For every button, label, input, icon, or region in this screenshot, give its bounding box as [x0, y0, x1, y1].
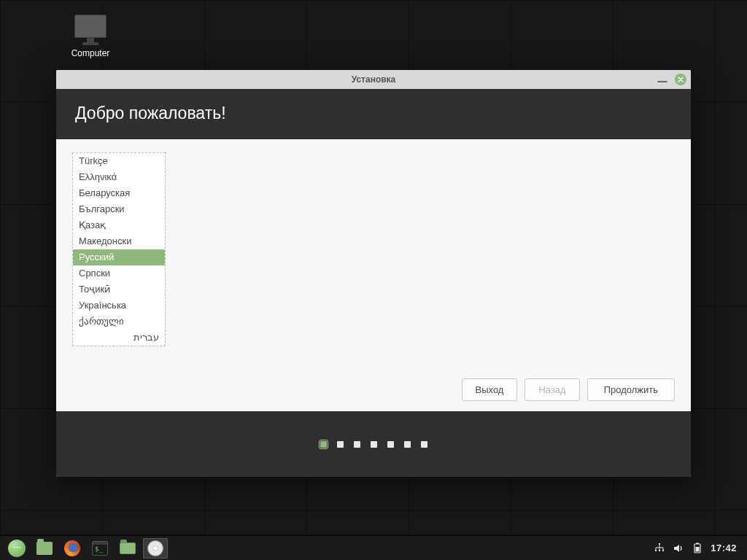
language-option[interactable]: עברית	[73, 330, 165, 346]
close-button[interactable]	[675, 74, 686, 85]
progress-dot[interactable]	[371, 441, 377, 448]
taskbar: ⋯ 17:42	[0, 535, 747, 560]
language-option[interactable]: Қазақ	[73, 217, 165, 233]
terminal-icon	[92, 541, 108, 556]
taskbar-clock[interactable]: 17:42	[711, 542, 737, 553]
files-launcher[interactable]	[115, 538, 140, 559]
disc-icon	[147, 540, 163, 556]
language-option[interactable]: Русский	[73, 249, 165, 265]
system-tray: 17:42	[648, 542, 743, 554]
battery-icon[interactable]	[692, 542, 703, 554]
folder-icon	[120, 542, 136, 554]
firefox-launcher[interactable]	[60, 538, 85, 559]
mint-logo-icon: ⋯	[8, 540, 26, 557]
quit-button[interactable]: Выход	[462, 378, 518, 401]
svg-rect-5	[696, 542, 699, 544]
language-option[interactable]: Українська	[73, 298, 165, 314]
installer-content: TürkçeΕλληνικάБеларускаяБългарскиҚазақМа…	[56, 139, 691, 411]
progress-dot[interactable]	[320, 441, 327, 448]
svg-rect-6	[696, 547, 700, 552]
language-option[interactable]: Српски	[73, 265, 165, 281]
installer-window: Установка Добро пожаловать! TürkçeΕλληνι…	[56, 70, 691, 477]
svg-rect-1	[655, 550, 657, 551]
language-option[interactable]: ქართული	[73, 314, 165, 330]
progress-dot[interactable]	[354, 441, 360, 448]
window-title: Установка	[352, 74, 396, 85]
progress-dots	[56, 411, 691, 477]
language-option[interactable]: Ελληνικά	[73, 169, 165, 185]
progress-dot[interactable]	[387, 441, 394, 448]
language-option[interactable]: Беларуская	[73, 185, 165, 201]
desktop-icon-label: Computer	[71, 48, 110, 58]
svg-rect-2	[659, 550, 660, 551]
wizard-button-row: Выход Назад Продолжить	[462, 378, 675, 401]
language-option[interactable]: Тоҷикӣ	[73, 281, 165, 298]
svg-rect-3	[662, 550, 664, 551]
language-option[interactable]: Македонски	[73, 233, 165, 249]
installer-heading-band: Добро пожаловать!	[56, 89, 691, 139]
progress-dot[interactable]	[421, 441, 427, 448]
desktop-panel-icon	[36, 542, 53, 555]
show-desktop-button[interactable]	[32, 538, 57, 559]
window-titlebar[interactable]: Установка	[56, 70, 691, 89]
back-button: Назад	[525, 378, 579, 401]
continue-button[interactable]: Продолжить	[587, 378, 675, 401]
progress-dot[interactable]	[404, 441, 411, 448]
volume-icon[interactable]	[673, 542, 684, 554]
network-icon[interactable]	[654, 542, 665, 554]
installer-heading: Добро пожаловать!	[75, 104, 226, 122]
desktop-icon-computer[interactable]: Computer	[64, 15, 117, 58]
start-menu-button[interactable]: ⋯	[4, 538, 29, 559]
monitor-icon	[74, 15, 107, 45]
language-option[interactable]: Български	[73, 201, 165, 217]
language-list[interactable]: TürkçeΕλληνικάБеларускаяБългарскиҚазақМа…	[72, 152, 166, 346]
progress-dot[interactable]	[337, 441, 344, 448]
firefox-icon	[64, 540, 80, 556]
window-controls	[657, 70, 686, 89]
language-option[interactable]: Türkçe	[73, 153, 165, 169]
close-icon	[677, 76, 684, 83]
svg-rect-0	[659, 543, 660, 545]
terminal-launcher[interactable]	[88, 538, 112, 559]
installer-task-button[interactable]	[143, 538, 168, 559]
minimize-button[interactable]	[657, 81, 667, 82]
